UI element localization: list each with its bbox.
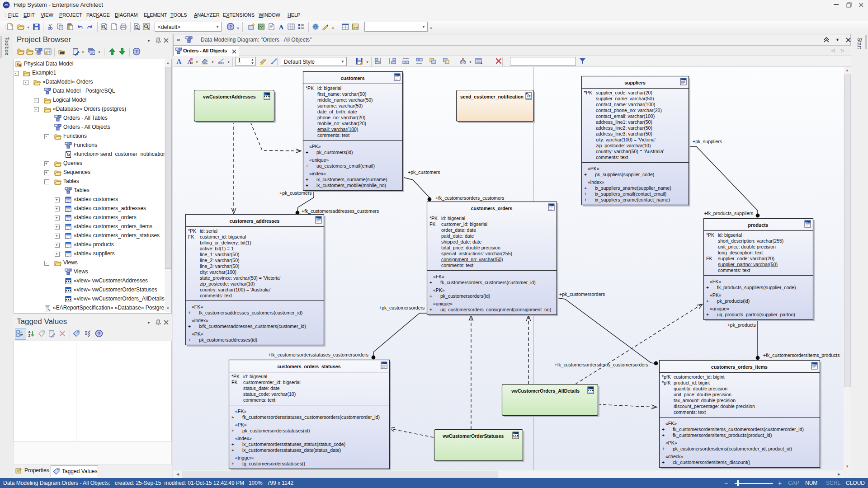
svg-text:+fk_customersordersitems_custo: +fk_customersordersitems_customersorders bbox=[555, 362, 648, 367]
svg-text:line_1: varchar(50): line_1: varchar(50) bbox=[200, 252, 240, 257]
svg-text:products: products bbox=[748, 222, 769, 228]
svg-text:billing_or_delivery: bit(1): billing_or_delivery: bit(1) bbox=[200, 240, 251, 245]
svg-text:?: ? bbox=[135, 49, 137, 54]
svg-text:+: + bbox=[231, 414, 234, 420]
svg-text:status_code: varchar(10): status_code: varchar(10) bbox=[243, 391, 296, 397]
svg-text:date_of_birth: date: date_of_birth: date bbox=[317, 109, 357, 114]
svg-text:customer_id: bigserial: customer_id: bigserial bbox=[441, 221, 487, 227]
svg-text:contact_name: varchar(100): contact_name: varchar(100) bbox=[596, 102, 655, 107]
svg-text:country: varchar(100) = 'Austr: country: varchar(100) = 'Australia' bbox=[200, 287, 271, 292]
svg-text:«PK»: «PK» bbox=[309, 144, 321, 149]
svg-text:+: + bbox=[706, 298, 709, 304]
svg-text:fk_customersorders_customers(c: fk_customersorders_customers(customer_id… bbox=[440, 280, 536, 285]
svg-text:id: bigserial: id: bigserial bbox=[243, 374, 267, 379]
svg-text:+: + bbox=[584, 185, 587, 191]
svg-text:pk_customersordersitems(custom: pk_customersordersitems(customerorder_id… bbox=[673, 446, 792, 451]
svg-text:+: + bbox=[231, 447, 234, 453]
svg-text:long_description: text: long_description: text bbox=[718, 250, 763, 255]
svg-text:discount_percentage: double pr: discount_percentage: double precision bbox=[674, 404, 755, 409]
svg-text:+: + bbox=[429, 293, 432, 299]
svg-text:email: varchar(100): email: varchar(100) bbox=[317, 127, 358, 132]
svg-text:«index»: «index» bbox=[235, 436, 252, 441]
svg-text:*PK: *PK bbox=[429, 216, 438, 221]
svg-text:pk_customers(id): pk_customers(id) bbox=[316, 150, 353, 155]
svg-text:+pk_customersorders: +pk_customersorders bbox=[559, 291, 605, 297]
svg-text:customers_orders_items: customers_orders_items bbox=[711, 364, 768, 370]
svg-text:customers_orders: customers_orders bbox=[471, 206, 513, 211]
svg-text:+: + bbox=[306, 183, 308, 188]
svg-text:unit_price: double precision: unit_price: double precision bbox=[674, 392, 731, 397]
svg-text:«index»: «index» bbox=[309, 171, 326, 176]
svg-text:contact_email: varchar(100): contact_email: varchar(100) bbox=[596, 113, 655, 119]
svg-text:+: + bbox=[429, 280, 432, 285]
svg-text:shipped_date: date: shipped_date: date bbox=[441, 239, 481, 244]
svg-text:unit_price: double precision: unit_price: double precision bbox=[718, 244, 776, 249]
svg-text:paid_date: date: paid_date: date bbox=[441, 233, 474, 239]
svg-text:customerorder_id: bigserial: customerorder_id: bigserial bbox=[243, 380, 301, 385]
svg-text:send_customer_notification: send_customer_notification bbox=[460, 94, 524, 99]
svg-text:«unique»: «unique» bbox=[309, 157, 329, 163]
svg-text:«check»: «check» bbox=[665, 454, 683, 459]
svg-text:supplier_code: varchar(20): supplier_code: varchar(20) bbox=[718, 256, 774, 261]
svg-text:ix_suppliers_sname(supplier_na: ix_suppliers_sname(supplier_name) bbox=[595, 185, 671, 191]
svg-text:ixfk_customersaddresses_custom: ixfk_customersaddresses_customers(custom… bbox=[199, 324, 306, 329]
svg-text:*pfK: *pfK bbox=[662, 374, 671, 380]
svg-text:A: A bbox=[177, 58, 182, 65]
svg-text:order_date: date: order_date: date bbox=[441, 227, 476, 233]
svg-text:+pk_products: +pk_products bbox=[727, 322, 756, 328]
svg-text:+: + bbox=[584, 191, 587, 197]
svg-text:address_line1: varchar(50): address_line1: varchar(50) bbox=[596, 119, 652, 125]
svg-text:+: + bbox=[188, 310, 191, 315]
svg-text:customers_addresses: customers_addresses bbox=[230, 218, 280, 224]
svg-text:+: + bbox=[231, 441, 234, 447]
svg-text:comments: text: comments: text bbox=[596, 155, 628, 160]
svg-text:short_description: varchar(255: short_description: varchar(255) bbox=[718, 238, 783, 244]
svg-text:«index»: «index» bbox=[192, 318, 208, 323]
svg-text:+fk_products_suppliers: +fk_products_suppliers bbox=[704, 211, 753, 216]
svg-text:«index»: «index» bbox=[588, 179, 604, 185]
svg-text:«PK»: «PK» bbox=[235, 422, 247, 427]
svg-text:line_3: varchar(50): line_3: varchar(50) bbox=[200, 263, 240, 269]
svg-text:*PK: *PK bbox=[231, 374, 240, 379]
svg-text:+: + bbox=[188, 324, 191, 329]
svg-text:vwCustomerAddresses: vwCustomerAddresses bbox=[203, 94, 256, 99]
svg-text:pk_suppliers(supplier_code): pk_suppliers(supplier_code) bbox=[595, 172, 654, 177]
svg-text:«unique»: «unique» bbox=[710, 306, 729, 311]
svg-text:ix_customersordersstatuses_sta: ix_customersordersstatuses_status(status… bbox=[242, 441, 345, 447]
svg-text:uq_products_partno(supplier_pa: uq_products_partno(supplier_partno) bbox=[717, 312, 795, 317]
svg-text:customers_orders_statuses: customers_orders_statuses bbox=[277, 364, 340, 369]
svg-text:active: bit(1) = 1: active: bit(1) = 1 bbox=[200, 246, 234, 251]
svg-text:+: + bbox=[662, 460, 665, 465]
svg-text:comments: text: comments: text bbox=[200, 293, 232, 298]
svg-text:fk_customersordersstatuses_cus: fk_customersordersstatuses_customersorde… bbox=[242, 414, 380, 420]
svg-text:id: bigserial: id: bigserial bbox=[317, 85, 341, 91]
svg-text:?: ? bbox=[229, 24, 231, 29]
svg-text:+: + bbox=[231, 461, 234, 466]
svg-text:*PK: *PK bbox=[188, 228, 196, 234]
svg-text:fx: fx bbox=[67, 152, 71, 157]
svg-text:special_instructions: varchar(: special_instructions: varchar(255) bbox=[441, 251, 512, 256]
svg-text:+: + bbox=[231, 428, 234, 433]
svg-text:surname: varchar(50): surname: varchar(50) bbox=[317, 103, 363, 108]
svg-text:suppliers: suppliers bbox=[624, 80, 646, 85]
svg-text:?: ? bbox=[98, 331, 100, 336]
svg-text:pk_customersaddresses(id): pk_customersaddresses(id) bbox=[199, 337, 257, 343]
svg-text:«PK»: «PK» bbox=[588, 166, 599, 171]
svg-text:+: + bbox=[306, 163, 308, 169]
svg-text:address_line2: varchar(50): address_line2: varchar(50) bbox=[596, 125, 652, 131]
svg-text:id: bigserial: id: bigserial bbox=[441, 216, 465, 221]
svg-text:+: + bbox=[188, 337, 191, 343]
svg-text:supplier_code: varchar(20): supplier_code: varchar(20) bbox=[596, 90, 652, 95]
svg-text:+pk_customersorders: +pk_customersorders bbox=[379, 305, 425, 310]
svg-text:city: varchar(100) = 'Victoria: city: varchar(100) = 'Victoria' bbox=[596, 137, 656, 142]
svg-text:product_id: bigint: product_id: bigint bbox=[674, 380, 710, 385]
svg-text:total_price: double precision: total_price: double precision bbox=[441, 245, 500, 250]
svg-text:status_date: date: status_date: date bbox=[243, 385, 280, 391]
svg-text:zip_postcode: varchar(10): zip_postcode: varchar(10) bbox=[596, 143, 651, 148]
svg-text:fk_products_suppliers(supplier: fk_products_suppliers(supplier_code) bbox=[717, 285, 796, 290]
svg-text:pk_customersordersstatuses(id): pk_customersordersstatuses(id) bbox=[242, 428, 310, 433]
svg-text:contact_phone_no: varchar(20): contact_phone_no: varchar(20) bbox=[596, 108, 662, 113]
svg-text:+: + bbox=[584, 197, 587, 202]
svg-text:supplier_partno: varchar(50): supplier_partno: varchar(50) bbox=[718, 262, 778, 267]
svg-text:«PK»: «PK» bbox=[433, 287, 445, 293]
